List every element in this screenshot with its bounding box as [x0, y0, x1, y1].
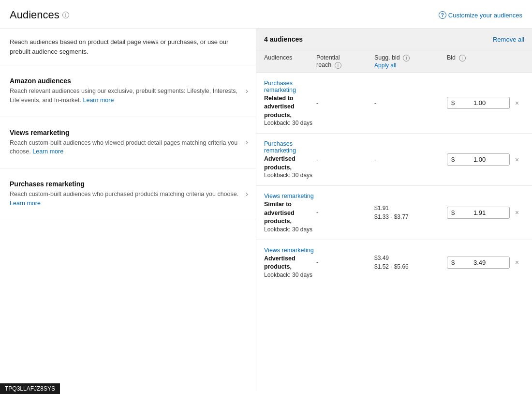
aud-info-2: Views remarketing Similar to advertised …	[264, 193, 316, 233]
amazon-audiences-title: Amazon audiences	[10, 77, 246, 85]
dollar-sign-0: $	[451, 99, 455, 106]
col-reach-label: reach i	[316, 61, 374, 69]
reach-info-icon[interactable]: i	[335, 62, 341, 69]
aud-reach-1: -	[316, 156, 374, 163]
views-remarketing-title: Views remarketing	[10, 129, 246, 136]
footer-bar: TPQ3LLAFJZ8SYS	[0, 383, 60, 394]
col-bid-label: Bid i	[447, 54, 510, 61]
purchases-remarketing-title: Purchases remarketing	[10, 180, 246, 188]
title-row: Audiences i	[10, 9, 69, 21]
col-potential-reach: Potential reach i	[316, 54, 374, 69]
col-audiences-label: Audiences	[264, 54, 316, 61]
views-remarketing-learn-more[interactable]: Learn more	[32, 148, 63, 155]
aud-reach-2: -	[316, 209, 374, 216]
aud-sugg-0: -	[374, 99, 447, 107]
col-sugg-bid-label: Sugg. bid i	[374, 54, 447, 61]
bid-input-wrap-1: $	[447, 153, 510, 166]
views-remarketing-chevron: ›	[246, 138, 248, 147]
remove-row-1[interactable]: ×	[510, 156, 524, 163]
col-audiences: Audiences	[264, 54, 316, 69]
page-header: Audiences i ? Customize your audiences	[0, 0, 532, 29]
aud-type-0: Purchases remarketing	[264, 80, 316, 93]
remove-row-2[interactable]: ×	[510, 209, 524, 216]
left-panel: Reach audiences based on product detail …	[0, 29, 256, 391]
remove-row-3[interactable]: ×	[510, 259, 524, 266]
aud-lookback-0: Lookback: 30 days	[264, 120, 316, 126]
customize-link[interactable]: ? Customize your audiences	[439, 11, 522, 19]
dollar-sign-2: $	[451, 209, 455, 216]
table-header: Audiences Potential reach i Sugg. bid i …	[256, 50, 532, 73]
bid-info-icon[interactable]: i	[459, 55, 466, 61]
remove-row-0[interactable]: ×	[510, 100, 524, 106]
amazon-audiences-section[interactable]: Amazon audiences Reach relevant audience…	[0, 65, 256, 117]
aud-info-0: Purchases remarketing Related to adverti…	[264, 80, 316, 127]
audience-table-body: Purchases remarketing Related to adverti…	[256, 73, 532, 392]
aud-name-1: Advertised products,	[264, 155, 316, 172]
customize-link-text: Customize your audiences	[448, 12, 522, 19]
right-header: 4 audiences Remove all	[256, 29, 532, 50]
table-row: Purchases remarketing Related to adverti…	[256, 73, 532, 134]
sugg-bid-info-icon[interactable]: i	[403, 55, 410, 61]
aud-type-1: Purchases remarketing	[264, 140, 316, 154]
bid-input-0[interactable]	[457, 99, 486, 106]
aud-sugg-3: $3.49$1.52 - $5.66	[374, 254, 447, 271]
main-layout: Reach audiences based on product detail …	[0, 29, 532, 391]
aud-reach-3: -	[316, 259, 374, 266]
amazon-audiences-chevron: ›	[246, 87, 248, 95]
bid-input-1[interactable]	[457, 156, 486, 163]
right-panel: 4 audiences Remove all Audiences Potenti…	[256, 29, 532, 391]
aud-reach-0: -	[316, 100, 374, 106]
aud-bid-wrap-3: $	[447, 257, 510, 269]
aud-bid-wrap-0: $	[447, 97, 510, 109]
aud-type-3: Views remarketing	[264, 247, 316, 254]
remove-all-link[interactable]: Remove all	[493, 36, 524, 43]
col-actions	[510, 54, 524, 69]
table-row: Purchases remarketing Advertised product…	[256, 134, 532, 186]
bid-input-wrap-2: $	[447, 207, 510, 219]
col-bid: Bid i	[447, 54, 510, 69]
audiences-count: 4 audiences	[264, 35, 303, 43]
aud-sugg-2: $1.91$1.33 - $3.77	[374, 204, 447, 221]
col-sugg-bid: Sugg. bid i Apply all	[374, 54, 447, 69]
aud-lookback-3: Lookback: 30 days	[264, 272, 316, 278]
aud-type-2: Views remarketing	[264, 193, 316, 199]
page-title: Audiences	[10, 9, 59, 21]
aud-sugg-1: -	[374, 155, 447, 164]
purchases-remarketing-learn-more[interactable]: Learn more	[10, 200, 41, 207]
bid-input-wrap-0: $	[447, 97, 510, 109]
bid-input-3[interactable]	[457, 259, 486, 266]
aud-name-2: Similar to advertised products,	[264, 200, 316, 226]
purchases-remarketing-chevron: ›	[246, 190, 248, 198]
amazon-audiences-desc: Reach relevant audiences using our exclu…	[10, 87, 246, 105]
footer-id: TPQ3LLAFJZ8SYS	[5, 385, 55, 392]
dollar-sign-1: $	[451, 156, 455, 163]
aud-bid-wrap-2: $	[447, 207, 510, 219]
bid-input-2[interactable]	[457, 209, 486, 216]
title-info-icon[interactable]: i	[62, 12, 69, 18]
purchases-remarketing-section[interactable]: Purchases remarketing Reach custom-built…	[0, 168, 256, 220]
aud-info-3: Views remarketing Advertised products, L…	[264, 247, 316, 278]
table-row: Views remarketing Similar to advertised …	[256, 186, 532, 240]
purchases-remarketing-desc: Reach custom-built audiences who purchas…	[10, 190, 246, 208]
views-remarketing-section[interactable]: Views remarketing Reach custom-built aud…	[0, 117, 256, 169]
aud-lookback-1: Lookback: 30 days	[264, 172, 316, 179]
intro-text: Reach audiences based on product detail …	[0, 29, 256, 65]
aud-bid-wrap-1: $	[447, 153, 510, 166]
aud-info-1: Purchases remarketing Advertised product…	[264, 140, 316, 179]
table-row: Views remarketing Advertised products, L…	[256, 240, 532, 285]
bid-input-wrap-3: $	[447, 257, 510, 269]
aud-name-3: Advertised products,	[264, 255, 316, 272]
apply-all-link[interactable]: Apply all	[374, 62, 447, 69]
dollar-sign-3: $	[451, 259, 455, 266]
question-icon: ?	[439, 11, 446, 19]
views-remarketing-desc: Reach custom-built audiences who viewed …	[10, 138, 246, 157]
amazon-audiences-learn-more[interactable]: Learn more	[83, 97, 114, 104]
aud-name-0: Related to advertised products,	[264, 94, 316, 120]
aud-lookback-2: Lookback: 30 days	[264, 226, 316, 233]
col-potential-label: Potential	[316, 54, 374, 61]
